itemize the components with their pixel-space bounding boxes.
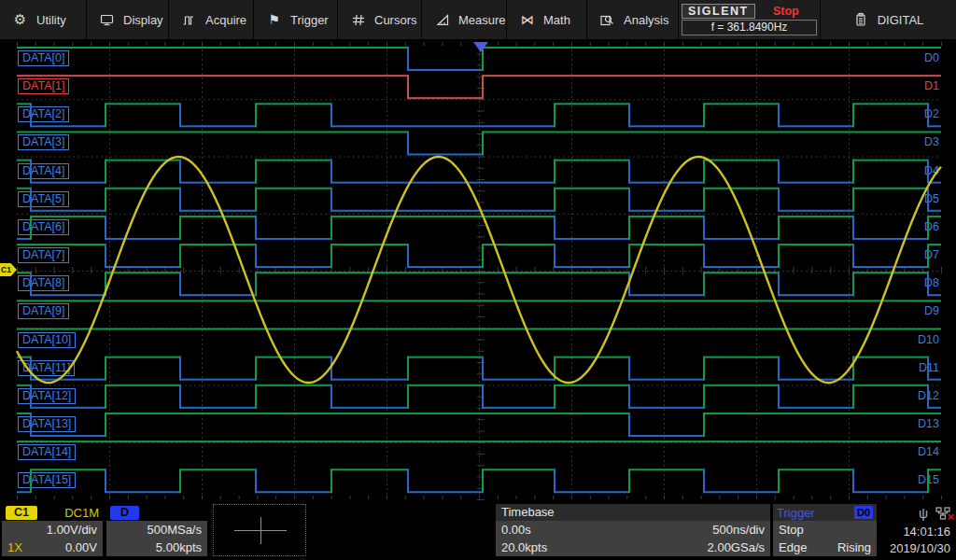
waveform-canvas[interactable] [0,0,956,560]
trigger-position-marker[interactable] [473,42,488,52]
waveform-area: DATA[0]D0DATA[1]D1DATA[2]D2DATA[3]D3DATA… [0,42,956,499]
oscilloscope-screen: ⚙UtilityDisplayAcquire⚑TriggerCursorsMea… [0,0,956,560]
